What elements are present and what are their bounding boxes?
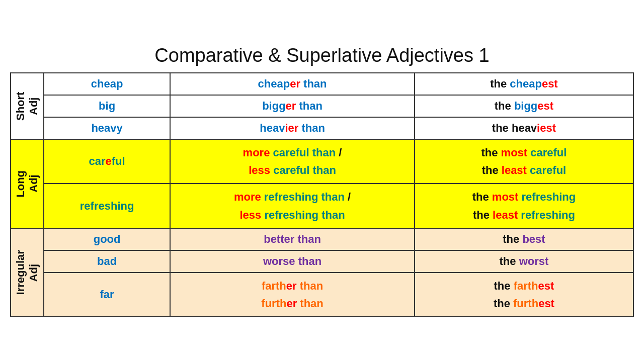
- super-refreshing: the most refreshing the least refreshing: [415, 184, 633, 228]
- adj-cheap: cheap: [44, 73, 170, 95]
- comp-good: better than: [170, 228, 415, 250]
- super-far: the farthest the furthest: [415, 273, 633, 317]
- long-adj-header: LongAdj: [11, 139, 44, 228]
- comp-far: farther than further than: [170, 273, 415, 317]
- super-big: the biggest: [415, 95, 633, 117]
- adj-bad: bad: [44, 250, 170, 273]
- adj-heavy: heavy: [44, 117, 170, 139]
- super-heavy: the heaviest: [415, 117, 633, 139]
- comp-cheap: cheaper than: [170, 73, 415, 95]
- comp-bad: worse than: [170, 250, 415, 273]
- table-row: big bigger than the biggest: [11, 95, 633, 117]
- table-row: bad worse than the worst: [11, 250, 633, 273]
- table-row: ShortAdj cheap cheaper than the cheapest: [11, 73, 633, 95]
- comp-refreshing: more refreshing than / less refreshing t…: [170, 184, 415, 228]
- table-row: LongAdj careful more careful than / less…: [11, 139, 633, 184]
- super-bad: the worst: [415, 250, 633, 273]
- irreg-adj-header: IrregularAdj: [11, 228, 44, 317]
- adjectives-table: ShortAdj cheap cheaper than the cheapest…: [10, 72, 634, 317]
- short-adj-header: ShortAdj: [11, 73, 44, 139]
- table-row: heavy heavier than the heaviest: [11, 117, 633, 139]
- page-title: Comparative & Superlative Adjectives 1: [10, 45, 634, 66]
- table-row: IrregularAdj good better than the best: [11, 228, 633, 250]
- adj-refreshing: refreshing: [44, 184, 170, 228]
- super-cheap: the cheapest: [415, 73, 633, 95]
- adj-far: far: [44, 273, 170, 317]
- comp-big: bigger than: [170, 95, 415, 117]
- table-row: refreshing more refreshing than / less r…: [11, 184, 633, 228]
- adj-big: big: [44, 95, 170, 117]
- comp-careful: more careful than / less careful than: [170, 139, 415, 184]
- super-careful: the most careful the least careful: [415, 139, 633, 184]
- adj-careful: careful: [44, 139, 170, 184]
- super-good: the best: [415, 228, 633, 250]
- comp-heavy: heavier than: [170, 117, 415, 139]
- table-row: far farther than further than the farthe…: [11, 273, 633, 317]
- adj-cheap-text: cheap: [91, 77, 123, 90]
- adj-good: good: [44, 228, 170, 250]
- main-container: Comparative & Superlative Adjectives 1 S…: [5, 40, 639, 322]
